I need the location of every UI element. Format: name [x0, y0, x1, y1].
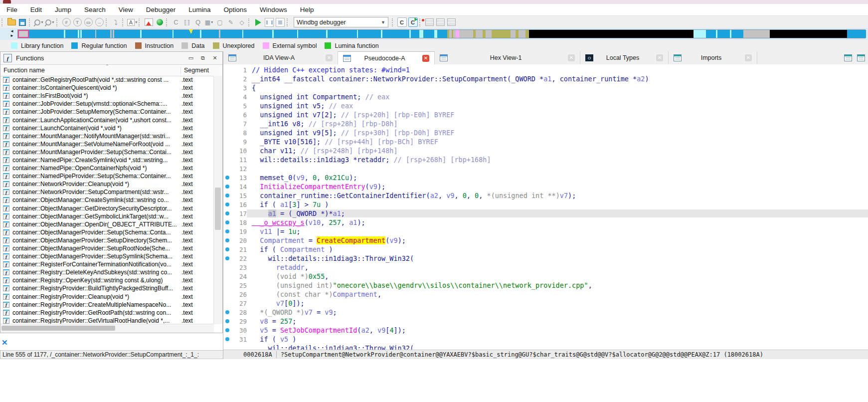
function-name[interactable]: container::Registry::DeleteKeyAndSubkeys… — [12, 269, 179, 276]
function-row[interactable]: fcontainer::RegisterForContainerTerminat… — [0, 260, 214, 268]
function-name[interactable]: container::ObjectManager::CreateSymlink(… — [12, 197, 179, 203]
desktop-layout-icon[interactable] — [844, 54, 852, 61]
code-line[interactable]: 19 v11 |= 1u; — [223, 227, 868, 236]
code-line[interactable]: 2__int64 __fastcall container::NetworkPr… — [223, 74, 868, 83]
column-segment[interactable]: Segment — [180, 67, 209, 74]
panel-maximize-icon[interactable]: ▭ — [186, 54, 195, 62]
menu-item-jump[interactable]: Jump — [48, 5, 78, 14]
function-row[interactable]: fcontainer::ObjectManager::CreateSymlink… — [0, 196, 214, 204]
code-line[interactable]: 16 if ( a1[3] > 7u ) — [223, 200, 868, 209]
function-name[interactable]: container::ObjectManager::GetSymbolicLin… — [12, 213, 179, 220]
code-text[interactable]: v7[0]); — [247, 299, 868, 307]
address-dot-icon[interactable] — [223, 310, 231, 314]
menu-item-file[interactable]: File — [0, 5, 24, 14]
debug-windows-list-button[interactable] — [424, 17, 434, 27]
function-row[interactable]: fcontainer::NetworkProvider::Cleanup(voi… — [0, 180, 214, 188]
function-name[interactable]: container::RegistryProvider::GetVirtualR… — [12, 317, 179, 324]
address-dot-icon[interactable] — [223, 202, 231, 206]
function-row[interactable]: fcontainer::GetRegistryRootPath(void *,s… — [0, 76, 214, 84]
function-name[interactable]: container::ObjectManagerProvider::SetupD… — [12, 237, 179, 244]
address-dot-icon[interactable] — [223, 337, 231, 341]
produce-arrow-button[interactable]: ⤵ — [111, 17, 121, 27]
code-text[interactable]: memset_0(v9, 0, 0x21Cu); — [247, 174, 868, 182]
run-sphere-button[interactable] — [155, 17, 165, 27]
save-button[interactable] — [17, 17, 27, 27]
strings-window-button[interactable]: ▭ — [83, 17, 93, 27]
trace-over-button[interactable] — [435, 17, 445, 27]
address-dot-icon[interactable] — [223, 176, 231, 180]
function-row[interactable]: fcontainer::ObjectManager::GetDirectoryS… — [0, 204, 214, 212]
tab-close-icon[interactable]: ✕ — [422, 55, 429, 62]
code-line[interactable]: 13 memset_0(v9, 0, 0x21Cu); — [223, 173, 868, 182]
function-name[interactable]: container::LaunchContainer(void *,void *… — [12, 125, 179, 132]
scrollbar-thumb[interactable] — [1, 326, 115, 331]
function-row[interactable]: fcontainer::LaunchContainer(void *,void … — [0, 124, 214, 132]
code-line[interactable]: 23 retaddr, — [223, 263, 868, 272]
code-line[interactable]: 4 unsigned int Compartment; // eax — [223, 92, 868, 101]
function-name[interactable]: container::RegistryProvider::BuildTightl… — [12, 285, 179, 292]
function-name[interactable]: container::RegistryProvider::CreateMulti… — [12, 301, 179, 308]
function-row[interactable]: fcontainer::ObjectManagerProvider::Setup… — [0, 244, 214, 252]
code-text[interactable]: (unsigned int)"onecore\\base\\gendrv\\si… — [247, 281, 868, 289]
function-row[interactable]: fcontainer::NamedPipe::OpenContainerNpfs… — [0, 164, 214, 172]
functions-horizontal-scrollbar[interactable] — [0, 324, 214, 333]
tab-imports[interactable]: Imports✕ — [669, 51, 757, 64]
compile-c-button[interactable]: C — [171, 17, 181, 27]
function-name[interactable]: container::IsFirstBoot(void *) — [12, 92, 179, 99]
function-name[interactable]: container::NamedPipe::OpenContainerNpfs(… — [12, 165, 179, 172]
output-dock-close-icon[interactable]: ✕ — [1, 338, 8, 347]
code-line[interactable]: 29 v8 = 257; — [223, 317, 868, 326]
code-text[interactable]: Compartment = CreateCompartment(v9); — [247, 236, 868, 244]
code-text[interactable]: { — [247, 84, 868, 92]
code-text[interactable]: _o_wcscpy_s(v10, 257, a1); — [247, 218, 868, 226]
code-line[interactable]: 21 if ( Compartment ) — [223, 245, 868, 254]
code-line[interactable]: 1// Hidden C++ exception states: #wind=1 — [223, 65, 868, 74]
function-name[interactable]: container::JobProvider::Setup(vmstd::opt… — [12, 100, 179, 107]
address-dot-icon[interactable] — [223, 319, 231, 323]
code-line[interactable]: 9 _BYTE v10[516]; // [rsp+44h] [rbp-BCh]… — [223, 137, 868, 146]
function-row[interactable]: fcontainer::ObjectManager::OpenDir(_OBJE… — [0, 220, 214, 228]
function-row[interactable]: fcontainer::NamedPipeProvider::Setup(Sch… — [0, 172, 214, 180]
panel-float-icon[interactable]: ⧉ — [198, 54, 207, 62]
struct-t-button[interactable]: T — [72, 17, 82, 27]
function-row[interactable]: fcontainer::MountManagerProvider::Setup(… — [0, 148, 214, 156]
open-file-button[interactable] — [6, 17, 16, 27]
code-line[interactable]: 3{ — [223, 83, 868, 92]
code-text[interactable]: wil::details::in1diag3::Throw_Win32( — [247, 254, 868, 262]
function-name[interactable]: container::ObjectManagerProvider::SetupR… — [12, 245, 179, 252]
tab-label[interactable]: Local Types — [593, 54, 652, 61]
function-name[interactable]: container::NamedPipeProvider::Setup(Sche… — [12, 173, 179, 180]
code-line[interactable]: 30 v5 = SetJobCompartmentId(a2, v9[4]); — [223, 326, 868, 335]
code-text[interactable]: char v11; // [rsp+248h] [rbp+148h] — [247, 147, 868, 155]
menu-item-search[interactable]: Search — [78, 5, 112, 14]
debugger-select[interactable]: Windbg debugger▼ — [294, 17, 388, 27]
tab-label[interactable]: Hex View-1 — [448, 54, 564, 61]
code-text[interactable]: wil::details::in1diag3 *retaddr; // [rsp… — [247, 156, 868, 164]
menu-item-view[interactable]: View — [112, 5, 140, 14]
menu-item-help[interactable]: Help — [294, 5, 321, 14]
code-line[interactable]: 14 InitializeCompartmentEntry(v9); — [223, 182, 868, 191]
tab-ida-view-a[interactable]: IDA View-A✕ — [223, 51, 338, 64]
tab-pseudocode-a[interactable]: Pseudocode-A✕ — [338, 51, 435, 65]
edit-shape-button[interactable]: ✎ — [226, 17, 236, 27]
navband-view-indicator[interactable] — [18, 30, 29, 38]
code-text[interactable]: InitializeCompartmentEntry(v9); — [247, 183, 868, 191]
tab-label[interactable]: IDA View-A — [236, 54, 322, 61]
code-text[interactable]: v11 |= 1u; — [247, 227, 868, 235]
tab-hex-view-1[interactable]: Hex View-1✕ — [435, 51, 580, 64]
function-name[interactable]: container::MountManagerProvider::Setup(S… — [12, 149, 179, 156]
code-text[interactable]: container_runtime::GetContainerIdentifie… — [247, 192, 868, 200]
function-row[interactable]: fcontainer::JobProvider::Setup(vmstd::op… — [0, 100, 214, 108]
function-row[interactable]: fcontainer::Registry::OpenKey(std::wstri… — [0, 276, 214, 284]
address-dot-icon[interactable] — [223, 256, 231, 260]
code-line[interactable]: 7 __int16 v8; // [rsp+28h] [rbp-D8h] — [223, 119, 868, 128]
function-row[interactable]: fcontainer::Registry::DeleteKeyAndSubkey… — [0, 268, 214, 276]
address-dot-icon[interactable] — [223, 247, 231, 251]
function-name[interactable]: container::MountManager::NotifyMountMana… — [12, 133, 179, 140]
code-text[interactable]: _BYTE v10[516]; // [rsp+44h] [rbp-BCh] B… — [247, 138, 868, 146]
enum-hash-button[interactable]: # — [61, 17, 71, 27]
code-line[interactable]: 18 _o_wcscpy_s(v10, 257, a1); — [223, 218, 868, 227]
function-name[interactable]: container::IsContainerQuiescent(void *) — [12, 84, 179, 91]
address-dot-icon[interactable] — [223, 229, 231, 233]
jump-arrow-button[interactable]: → — [94, 17, 104, 27]
